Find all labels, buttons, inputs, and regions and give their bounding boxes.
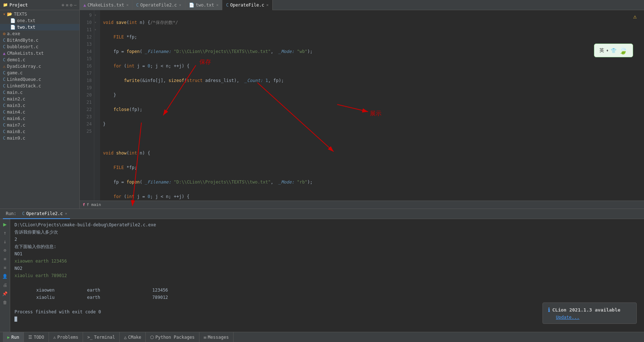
file-icon-c12: C: [3, 116, 5, 121]
file-icon-c11: C: [3, 110, 5, 115]
tree-label-dyadicarray: DyadicArray.c: [7, 64, 41, 69]
scroll-down-btn[interactable]: ↓: [1, 238, 9, 245]
status-tab-run[interactable]: ▶ Run: [3, 332, 24, 342]
problems-icon: ⚠: [53, 335, 56, 340]
tree-item-main7[interactable]: C main7.c: [0, 122, 79, 128]
status-tab-problems[interactable]: ⚠ Problems: [49, 332, 83, 342]
tree-item-demo1[interactable]: C demo1.c: [0, 57, 79, 63]
python-icon: ⬡: [150, 335, 154, 340]
c-icon-3: C: [226, 3, 228, 8]
align2-btn[interactable]: ≡: [1, 264, 9, 271]
warning-icon: ⚠: [633, 13, 637, 20]
tree-label-twotxt: two.txt: [17, 25, 36, 30]
output-line-3: 在下面输入你的信息:: [15, 243, 640, 250]
file-icon-c5: C: [3, 70, 5, 75]
tree-item-main2[interactable]: C main2.c: [0, 96, 79, 102]
output-line-6: NO2: [15, 265, 640, 272]
person-btn[interactable]: 👤: [1, 273, 9, 280]
print-btn[interactable]: 🖨: [1, 281, 9, 289]
function-icon: f: [83, 202, 85, 207]
tree-item-dyadicarray[interactable]: ⚠ DyadicArray.c: [0, 63, 79, 70]
code-line-9: void save(int n) {/*保存的数*/: [103, 19, 641, 26]
status-tab-terminal[interactable]: >_ Terminal: [83, 332, 120, 342]
tree-label-game: game.c: [7, 70, 22, 75]
file-icon-c1: C: [3, 38, 5, 43]
close-tab-1[interactable]: ✕: [179, 3, 181, 7]
close-tab-2[interactable]: ✕: [216, 3, 218, 7]
code-line-11: fp = fopen( _Filename: "D:\\CLion\\Proje…: [103, 48, 641, 55]
folder-icon: 📂: [7, 12, 12, 17]
tree-item-main8[interactable]: C main8.c: [0, 128, 79, 135]
file-icon-c8: C: [3, 90, 5, 95]
file-icon-exe: ⚙: [3, 31, 5, 36]
tab-operatefilec[interactable]: C OperateFile.c ✕: [222, 0, 272, 10]
status-tab-todo[interactable]: ☰ TODO: [24, 332, 49, 342]
trash-btn[interactable]: 🗑: [1, 299, 9, 306]
close-tab-0[interactable]: ✕: [126, 3, 128, 7]
txt-icon-2: 📄: [189, 3, 194, 8]
code-line-10: FILE *fp;: [103, 33, 641, 41]
todo-icon: ☰: [28, 335, 32, 340]
dot-icon: ♦: [606, 49, 608, 53]
editor-breadcrumb: f f main: [80, 201, 644, 209]
code-line-16: }: [103, 120, 641, 128]
output-line-1: 告诉我你要输入多少次: [15, 228, 640, 236]
output-left-toolbar: ▶ ↑ ↓ ⚙ ≡ ≡ 👤 🖨 📌 🗑: [0, 219, 10, 332]
pin-btn[interactable]: 📌: [1, 290, 9, 297]
tree-item-linkedqueue[interactable]: C LinkedQueue.c: [0, 76, 79, 83]
editor-tabs: ▲ CMakeLists.txt ✕ C OperateFile2.c ✕ 📄 …: [80, 0, 644, 10]
status-tab-cmake[interactable]: △ CMake: [120, 332, 146, 342]
code-content[interactable]: void save(int n) {/*保存的数*/ FILE *fp; fp …: [100, 10, 644, 201]
translation-widget[interactable]: 英 ♦ 👕 🍃: [594, 44, 633, 57]
scroll-up-btn[interactable]: ↑: [1, 229, 9, 236]
tree-item-bubblesort[interactable]: C bubblesort.c: [0, 44, 79, 50]
tree-label-cmakelists: CMakeLists.txt: [7, 51, 44, 56]
tree-item-linkedstack[interactable]: C LinkedStack.c: [0, 83, 79, 89]
status-tab-python-packages[interactable]: ⬡ Python Packages: [146, 332, 199, 342]
sidebar-toolbar: ⊕ ≡ ⚙ —: [62, 3, 77, 8]
tree-item-bitandbyte[interactable]: C BitAndByte.c: [0, 37, 79, 44]
tab-cmakeliststxt[interactable]: ▲ CMakeLists.txt ✕: [80, 0, 132, 10]
sort-icon[interactable]: ≡: [66, 3, 68, 8]
code-line-13: fwrite(&info[j], sizeof(struct adress_li…: [103, 77, 641, 84]
add-icon[interactable]: ⊕: [62, 3, 64, 8]
tree-label-texts: TEXTS: [14, 12, 27, 17]
tree-item-main6[interactable]: C main6.c: [0, 115, 79, 122]
file-icon-c7: C: [3, 83, 5, 88]
tree-label-demo1: demo1.c: [7, 57, 25, 62]
tree-item-main4[interactable]: C main4.c: [0, 109, 79, 115]
tab-operatefile2c[interactable]: C OperateFile2.c ✕: [132, 0, 185, 10]
notification-link[interactable]: Update...: [556, 315, 579, 320]
output-tab-operatefile2c[interactable]: C OperateFile2.c ✕: [19, 209, 70, 219]
tree-item-onetxt[interactable]: 📄 one.txt: [0, 17, 79, 24]
tree-item-main[interactable]: C main.c: [0, 89, 79, 96]
tree-label-main4: main4.c: [7, 110, 25, 115]
close-tab-3[interactable]: ✕: [267, 3, 269, 7]
minimize-icon[interactable]: —: [74, 3, 77, 8]
tree-item-cmakelists[interactable]: ▲ CMakeLists.txt: [0, 50, 79, 57]
file-icon-cmake: ▲: [3, 51, 5, 56]
file-icon-c2: C: [3, 44, 5, 49]
code-editor[interactable]: 910111213141516171819202122232425 ▾▾▾ vo…: [80, 10, 644, 209]
tree-label-main: main.c: [7, 90, 22, 95]
tree-label-main3: main3.c: [7, 103, 25, 108]
run-label: Run:: [3, 209, 19, 219]
tab-twotxt[interactable]: 📄 two.txt ✕: [185, 0, 223, 10]
run-btn[interactable]: ▶: [1, 221, 9, 228]
tree-item-twotxt[interactable]: 📄 two.txt: [0, 24, 79, 30]
info-icon: ℹ: [548, 306, 550, 313]
tree-item-main3[interactable]: C main3.c: [0, 102, 79, 109]
status-tab-messages[interactable]: ✉ Messages: [199, 332, 234, 342]
tree-item-aexe[interactable]: ⚙ a.exe: [0, 30, 79, 37]
tree-item-main9[interactable]: C main9.c: [0, 135, 79, 141]
code-line-20: fp = fopen( _Filename: "D:\\CLion\\Proje…: [103, 178, 641, 186]
file-icon-c4: ⚠: [3, 64, 5, 69]
gear-icon[interactable]: ⚙: [70, 3, 73, 8]
leaf-icon: 🍃: [619, 46, 628, 55]
align-btn[interactable]: ≡: [1, 255, 9, 263]
settings-btn[interactable]: ⚙: [1, 247, 9, 254]
tree-label-main7: main7.c: [7, 123, 25, 128]
tree-item-game[interactable]: C game.c: [0, 70, 79, 76]
tree-item-texts[interactable]: ▾ 📂 TEXTS: [0, 11, 79, 17]
close-output-tab[interactable]: ✕: [65, 211, 67, 215]
